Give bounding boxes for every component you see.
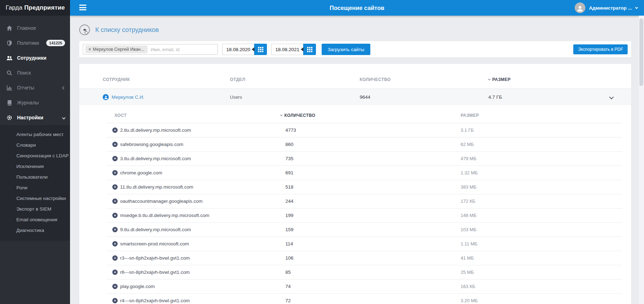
date-from-input[interactable]: 18.08.2020 — [222, 44, 254, 55]
chevron-down-icon — [635, 6, 638, 9]
host-row[interactable]: +2.tlu.dl.delivery.mp.microsoft.com 4773… — [107, 123, 622, 137]
submenu-item-roles[interactable]: Роли — [0, 183, 70, 193]
sidebar-item-home[interactable]: Главное — [0, 21, 70, 36]
cursor-pointer — [84, 30, 88, 35]
host-count: 691 — [283, 170, 458, 175]
employee-name-cell: Меркулов С.И. — [103, 94, 230, 100]
load-sites-button[interactable]: Загрузить сайты — [322, 44, 370, 55]
host-size: 172 КБ — [458, 199, 622, 204]
expand-plus-icon[interactable]: + — [112, 170, 118, 175]
column-header-count[interactable]: КОЛИЧЕСТВО — [360, 77, 488, 82]
scrollbar-thumb[interactable] — [639, 18, 643, 86]
host-name: msedge.b.tlu.dl.delivery.mp.microsoft.co… — [120, 213, 209, 218]
submenu-item-dictionaries[interactable]: Словари — [0, 140, 70, 151]
export-pdf-button[interactable]: Экспортировать в PDF — [573, 44, 628, 54]
sidebar-item-reports[interactable]: Отчеты — [0, 80, 70, 95]
sidebar-item-settings[interactable]: Настройки — [0, 110, 70, 125]
host-name: oauthaccountmanager.googleapis.com — [120, 199, 203, 204]
sidebar-item-label: Сотрудники — [17, 55, 47, 61]
submenu-item-diagnostics[interactable]: Диагностика — [0, 225, 70, 236]
sidebar-item-policies[interactable]: Политики 141225 — [0, 36, 70, 50]
employee-count: 9644 — [360, 94, 488, 100]
host-count: 518 — [283, 184, 458, 190]
back-to-employees-link[interactable]: К списку сотрудников — [95, 26, 159, 34]
expand-plus-icon[interactable]: + — [112, 255, 118, 261]
host-count: 72 — [283, 298, 458, 303]
submenu-item-email-alerts[interactable]: Email оповещения — [0, 215, 70, 225]
collapse-row-control[interactable] — [610, 94, 631, 100]
app-window: Гарда Предприятие Главное Политики 14122… — [0, 0, 644, 304]
notch-arrow-icon — [252, 47, 254, 51]
expand-plus-icon[interactable]: + — [112, 227, 118, 232]
calendar-to-button[interactable] — [303, 44, 316, 55]
user-menu[interactable]: Администратор ... — [575, 0, 638, 16]
host-count: 74 — [283, 284, 458, 289]
sidebar-item-journals[interactable]: Журналы — [0, 95, 70, 110]
employee-name-link[interactable]: Меркулов С.И. — [112, 94, 144, 100]
sidebar-item-label: Настройки — [17, 115, 43, 120]
host-row[interactable]: +oauthaccountmanager.googleapis.com 244 … — [107, 194, 622, 208]
back-button[interactable] — [79, 25, 90, 35]
host-row[interactable]: +chrome.google.com 691 1.32 МБ — [107, 165, 622, 180]
sidebar-item-search[interactable]: Поиск — [0, 65, 70, 80]
notch-arrow-icon — [301, 47, 304, 51]
submenu-item-users[interactable]: Пользователи — [0, 172, 70, 183]
chip-remove-icon[interactable]: × — [88, 47, 91, 51]
date-to-input[interactable]: 18.08.2021 — [271, 44, 303, 55]
sidebar-item-employees[interactable]: Сотрудники — [0, 50, 70, 65]
calendar-from-button[interactable] — [254, 44, 267, 55]
employee-filter-field[interactable]: × Меркулов Сергей Иван... — [83, 44, 218, 55]
submenu-item-system-settings[interactable]: Системные настройки — [0, 193, 70, 204]
policies-count-badge: 141225 — [46, 40, 65, 46]
sort-desc-icon — [280, 114, 283, 116]
search-input[interactable] — [151, 47, 215, 52]
column-header-employee[interactable]: СОТРУДНИК — [103, 77, 230, 82]
submenu-item-ldap-sync[interactable]: Синхронизация с LDAP — [0, 151, 70, 161]
host-row[interactable]: +3.tlu.dl.delivery.mp.microsoft.com 735 … — [107, 151, 622, 165]
column-header-host[interactable]: ХОСТ — [107, 113, 283, 118]
expand-plus-icon[interactable]: + — [112, 284, 118, 289]
employee-chip[interactable]: × Меркулов Сергей Иван... — [85, 45, 147, 53]
expand-plus-icon[interactable]: + — [112, 142, 118, 147]
column-header-host-size[interactable]: РАЗМЕР — [458, 113, 622, 118]
sidebar-item-label: Журналы — [17, 100, 39, 105]
column-header-size-sorted[interactable]: РАЗМЕР — [488, 77, 610, 82]
page-title: Посещение сайтов — [70, 0, 644, 16]
sidebar-item-label: Поиск — [17, 70, 31, 76]
expand-plus-icon[interactable]: + — [112, 184, 118, 190]
host-size: 41 МБ — [458, 255, 622, 261]
logo-product: Предприятие — [24, 4, 65, 11]
column-header-host-count-sorted[interactable]: КОЛИЧЕСТВО — [280, 113, 458, 118]
host-row[interactable]: +smartscreen-prod.microsoft.com 114 1.11… — [107, 237, 622, 251]
submenu-item-exceptions[interactable]: Исключения — [0, 161, 70, 172]
expand-plus-icon[interactable]: + — [112, 213, 118, 218]
expand-plus-icon[interactable]: + — [112, 199, 118, 204]
filter-toolbar: × Меркулов Сергей Иван... 18.08.2020 18.… — [79, 41, 631, 58]
host-row[interactable]: +11.tlu.dl.delivery.mp.microsoft.com 518… — [107, 180, 622, 194]
expand-plus-icon[interactable]: + — [112, 270, 118, 275]
employee-department: Users — [230, 94, 360, 100]
host-row[interactable]: +r6---sn-8ph2xajvh-bvwl.gvt1.com 85 25 М… — [107, 265, 622, 279]
expand-plus-icon[interactable]: + — [112, 127, 118, 133]
vertical-scrollbar[interactable] — [639, 16, 644, 304]
column-header-department[interactable]: ОТДЕЛ — [230, 77, 360, 82]
submenu-item-agents[interactable]: Агенты рабочих мест — [0, 129, 70, 140]
topbar: Посещение сайтов Администратор ... — [70, 0, 644, 16]
host-row[interactable]: +play.google.com 74 163 КБ — [107, 279, 622, 293]
host-row[interactable]: +9.tlu.dl.delivery.mp.microsoft.com 159 … — [107, 222, 622, 237]
host-count: 85 — [283, 270, 458, 275]
host-row[interactable]: +r3---sn-8ph2xajvh-bvwl.gvt1.com 106 41 … — [107, 251, 622, 265]
employee-row[interactable]: Меркулов С.И. Users 9644 4.7 ГБ — [79, 89, 631, 105]
host-row[interactable]: +safebrowsing.googleapis.com 860 62 МБ — [107, 137, 622, 151]
host-size: 103 МБ — [458, 227, 622, 232]
host-size: 1.11 МБ — [458, 241, 622, 246]
expand-plus-icon[interactable]: + — [112, 241, 118, 246]
expand-plus-icon[interactable]: + — [112, 298, 118, 303]
host-name: chrome.google.com — [120, 170, 162, 175]
expand-plus-icon[interactable]: + — [112, 156, 118, 161]
host-row[interactable]: +msedge.b.tlu.dl.delivery.mp.microsoft.c… — [107, 208, 622, 222]
host-row[interactable]: +r4---sn-8ph2xajvh-bvwl.gvt1.com 72 3.20… — [107, 293, 622, 304]
host-size: 3.20 МБ — [458, 298, 622, 303]
avatar — [575, 2, 585, 13]
submenu-item-siem-export[interactable]: Экспорт в SIEM — [0, 204, 70, 215]
